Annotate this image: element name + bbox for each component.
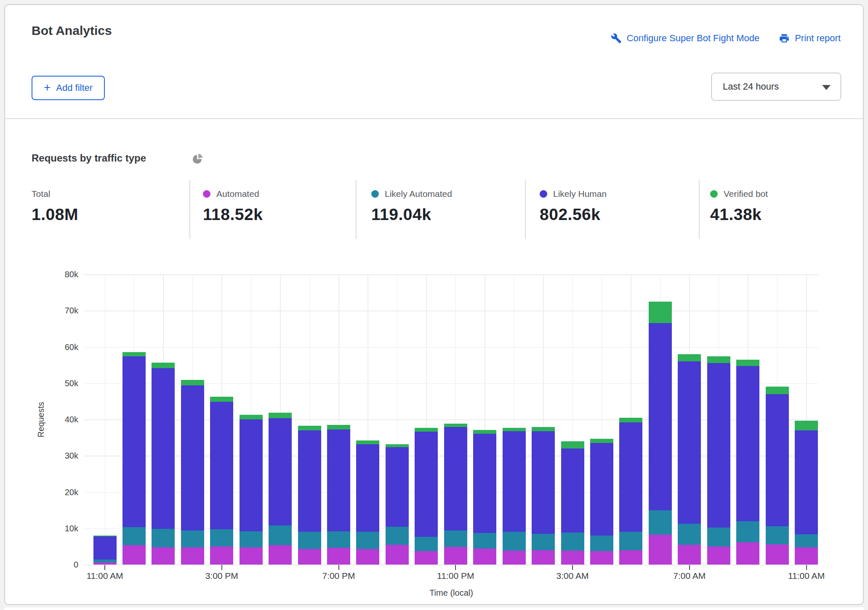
bar-segment[interactable] [386,447,409,527]
bar-segment[interactable] [240,419,263,531]
bar-segment[interactable] [181,385,204,530]
bar-segment[interactable] [298,430,321,532]
bar-segment[interactable] [122,356,146,527]
bar-segment[interactable] [473,549,496,565]
bar-segment[interactable] [678,361,701,524]
bar-segment[interactable] [678,354,701,361]
bar-segment[interactable] [503,431,526,531]
bar-segment[interactable] [707,363,730,528]
bar-segment[interactable] [327,548,350,565]
bar-segment[interactable] [795,430,818,535]
bar-segment[interactable] [298,426,321,430]
bar-segment[interactable] [532,431,555,534]
bar-segment[interactable] [327,531,350,548]
bar-segment[interactable] [181,380,204,385]
bar-segment[interactable] [766,526,789,544]
bar-segment[interactable] [590,536,613,551]
bar-segment[interactable] [210,397,233,402]
bar-segment[interactable] [152,363,175,368]
bar-segment[interactable] [210,546,233,565]
bar-segment[interactable] [766,387,789,394]
bar-segment[interactable] [122,352,146,356]
bar-segment[interactable] [707,356,730,363]
bar-segment[interactable] [269,418,292,525]
bar-segment[interactable] [561,533,584,551]
bar-segment[interactable] [503,532,526,551]
bar-segment[interactable] [795,421,818,430]
bar-segment[interactable] [736,366,759,521]
bar-segment[interactable] [532,427,555,431]
bar-segment[interactable] [240,415,263,419]
bar-segment[interactable] [532,534,555,550]
time-range-dropdown[interactable]: Last 24 hours [711,73,841,101]
bar-segment[interactable] [532,550,555,565]
bar-segment[interactable] [473,434,496,533]
bar-segment[interactable] [590,551,613,565]
bar-segment[interactable] [590,439,613,443]
bar-segment[interactable] [93,560,117,562]
bar-segment[interactable] [181,547,204,565]
bar-segment[interactable] [736,542,759,565]
bar-segment[interactable] [766,544,789,565]
bar-segment[interactable] [356,532,379,549]
bar-segment[interactable] [590,443,613,536]
bar-segment[interactable] [444,424,467,427]
bar-segment[interactable] [415,537,438,552]
bar-segment[interactable] [649,510,672,535]
bar-segment[interactable] [210,402,233,530]
bar-segment[interactable] [444,530,467,547]
print-report-link[interactable]: Print report [779,33,841,44]
bar-segment[interactable] [152,368,175,529]
bar-segment[interactable] [444,547,467,565]
bar-segment[interactable] [415,551,438,565]
bar-segment[interactable] [122,527,146,545]
add-filter-button[interactable]: + Add filter [32,76,105,100]
bar-segment[interactable] [561,441,584,448]
bar-segment[interactable] [210,529,233,546]
bar-segment[interactable] [678,545,701,565]
bar-segment[interactable] [444,427,467,530]
bar-segment[interactable] [93,536,117,536]
bar-segment[interactable] [736,360,759,366]
bar-segment[interactable] [356,549,379,565]
bar-segment[interactable] [473,430,496,434]
bar-segment[interactable] [473,533,496,549]
bar-segment[interactable] [327,425,350,430]
bar-segment[interactable] [269,525,292,545]
bar-segment[interactable] [240,531,263,547]
bar-segment[interactable] [619,532,642,550]
bar-segment[interactable] [415,432,438,536]
bar-segment[interactable] [152,529,175,547]
bar-segment[interactable] [678,524,701,545]
bar-segment[interactable] [766,394,789,527]
bar-segment[interactable] [152,547,175,565]
bar-segment[interactable] [707,528,730,546]
bar-segment[interactable] [93,536,117,560]
bar-segment[interactable] [386,545,409,565]
bar-segment[interactable] [269,413,292,418]
bar-segment[interactable] [503,428,526,432]
bar-segment[interactable] [503,551,526,565]
bar-segment[interactable] [649,323,672,510]
bar-segment[interactable] [619,422,642,532]
bar-segment[interactable] [298,532,321,549]
bar-segment[interactable] [298,549,321,565]
bar-segment[interactable] [619,418,642,422]
bar-segment[interactable] [795,534,818,547]
bar-segment[interactable] [415,428,438,432]
configure-super-bot-fight-mode-link[interactable]: Configure Super Bot Fight Mode [611,33,760,44]
bar-segment[interactable] [561,448,584,533]
bar-segment[interactable] [649,302,672,324]
bar-segment[interactable] [240,547,263,565]
bar-segment[interactable] [327,430,350,531]
bar-segment[interactable] [561,551,584,565]
bar-segment[interactable] [619,550,642,565]
bar-segment[interactable] [181,530,204,548]
bar-segment[interactable] [93,562,117,565]
bar-segment[interactable] [707,546,730,565]
bar-segment[interactable] [356,444,379,532]
bar-segment[interactable] [356,440,379,444]
bar-segment[interactable] [122,545,146,565]
bar-segment[interactable] [795,547,818,565]
bar-segment[interactable] [386,444,409,448]
